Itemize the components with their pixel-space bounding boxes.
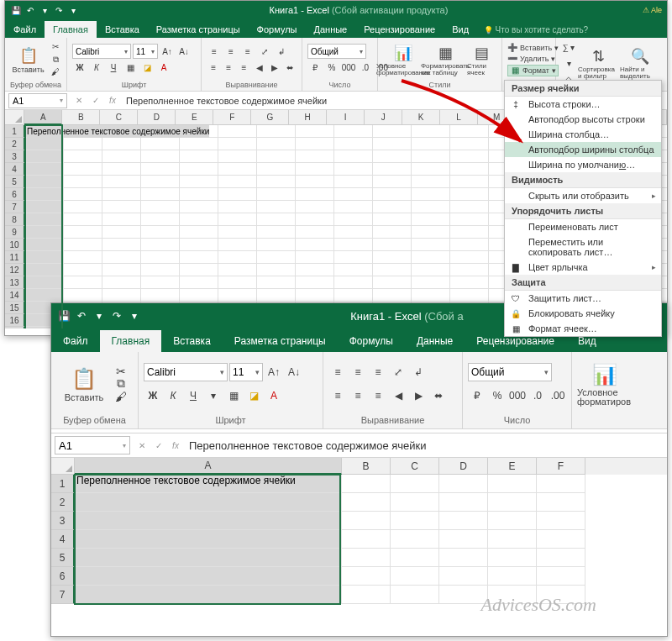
menu-protect-sheet[interactable]: 🛡Защитить лист… bbox=[505, 291, 661, 306]
cell[interactable] bbox=[75, 567, 342, 586]
font-color-icon[interactable]: A bbox=[265, 386, 283, 405]
cell[interactable] bbox=[537, 493, 585, 512]
cell[interactable] bbox=[439, 475, 488, 493]
number-format-select[interactable]: Общий▾ bbox=[468, 363, 552, 381]
tab-layout[interactable]: Разметка страницы bbox=[148, 21, 249, 38]
tab-home[interactable]: Главная bbox=[100, 330, 162, 352]
format-painter-icon[interactable]: 🖌 bbox=[115, 391, 127, 402]
tab-review[interactable]: Рецензирование bbox=[355, 21, 444, 38]
cell[interactable] bbox=[75, 586, 342, 604]
cell[interactable] bbox=[180, 239, 218, 251]
row-header[interactable]: 7 bbox=[51, 586, 75, 604]
cell[interactable] bbox=[537, 549, 585, 567]
decrease-indent-icon[interactable]: ◀ bbox=[253, 60, 266, 75]
tab-insert[interactable]: Вставка bbox=[161, 330, 223, 352]
chevron-down-icon[interactable]: ▾ bbox=[92, 308, 107, 323]
row-header[interactable]: 10 bbox=[5, 239, 25, 251]
column-header[interactable]: H bbox=[289, 110, 327, 125]
cell[interactable] bbox=[391, 475, 439, 493]
sort-filter-button[interactable]: ⇅Сортировка и фильтр bbox=[578, 46, 618, 80]
column-header[interactable]: B bbox=[62, 110, 100, 125]
cell[interactable] bbox=[102, 226, 141, 239]
cell[interactable] bbox=[257, 125, 296, 138]
column-header[interactable]: A bbox=[24, 110, 62, 125]
cell[interactable] bbox=[412, 251, 450, 264]
bold-button[interactable]: Ж bbox=[72, 60, 87, 75]
column-header[interactable]: L bbox=[440, 110, 478, 125]
paste-button[interactable]: 📋 Вставить bbox=[10, 45, 46, 74]
row-header[interactable]: 14 bbox=[5, 289, 25, 302]
column-header[interactable]: B bbox=[342, 458, 391, 475]
column-header[interactable]: E bbox=[176, 110, 213, 125]
cell[interactable] bbox=[218, 125, 257, 138]
grow-font-icon[interactable]: A↑ bbox=[265, 363, 283, 381]
italic-button[interactable]: К bbox=[164, 386, 182, 405]
cell[interactable] bbox=[412, 188, 450, 201]
cell[interactable] bbox=[334, 226, 373, 239]
row-header[interactable]: 5 bbox=[51, 549, 75, 567]
cell[interactable] bbox=[450, 213, 489, 226]
increase-decimal-icon[interactable]: .0 bbox=[528, 386, 547, 405]
cell[interactable] bbox=[102, 251, 141, 264]
align-bottom-icon[interactable]: ≡ bbox=[369, 363, 387, 381]
currency-icon[interactable]: ₽ bbox=[468, 386, 486, 405]
cell[interactable] bbox=[141, 213, 180, 226]
copy-icon[interactable]: ⧉ bbox=[115, 378, 127, 390]
shrink-font-icon[interactable]: A↓ bbox=[176, 44, 192, 59]
cell[interactable] bbox=[537, 586, 585, 604]
row-header[interactable]: 5 bbox=[5, 176, 25, 188]
cell[interactable] bbox=[25, 138, 64, 150]
align-right-icon[interactable]: ≡ bbox=[369, 386, 387, 405]
cell[interactable] bbox=[439, 512, 488, 530]
cell[interactable] bbox=[537, 567, 585, 586]
cell[interactable] bbox=[412, 150, 450, 163]
decrease-indent-icon[interactable]: ◀ bbox=[389, 386, 407, 405]
cell[interactable] bbox=[334, 276, 373, 289]
border-icon[interactable]: ▦ bbox=[123, 60, 138, 75]
row-header[interactable]: 11 bbox=[5, 251, 25, 264]
cell[interactable] bbox=[257, 276, 296, 289]
undo-icon[interactable]: ↶ bbox=[24, 4, 36, 16]
fill-icon[interactable]: ▾ bbox=[561, 55, 576, 71]
cell[interactable] bbox=[25, 276, 64, 289]
cell[interactable] bbox=[257, 289, 296, 302]
grow-font-icon[interactable]: A↑ bbox=[160, 44, 175, 59]
cell[interactable] bbox=[25, 176, 64, 188]
cell[interactable] bbox=[141, 176, 180, 188]
cell[interactable] bbox=[218, 176, 257, 188]
cell[interactable] bbox=[102, 239, 141, 251]
merge-icon[interactable]: ⬌ bbox=[429, 386, 448, 405]
cell[interactable] bbox=[296, 251, 334, 264]
cell[interactable] bbox=[180, 289, 218, 302]
cell[interactable] bbox=[64, 289, 102, 302]
cell[interactable] bbox=[342, 512, 391, 530]
cell[interactable]: Переполненное текстовое содержимое ячейк… bbox=[75, 475, 342, 493]
cell[interactable] bbox=[391, 549, 439, 567]
cell[interactable] bbox=[141, 150, 180, 163]
align-left-icon[interactable]: ≡ bbox=[328, 386, 347, 405]
orientation-icon[interactable]: ⤢ bbox=[257, 44, 272, 59]
cell[interactable] bbox=[450, 125, 489, 138]
row-header[interactable]: 12 bbox=[5, 264, 25, 276]
cell[interactable] bbox=[25, 251, 64, 264]
spreadsheet-grid[interactable]: ABCDEF 1234567 Переполненное текстовое с… bbox=[51, 458, 667, 609]
font-color-icon[interactable]: A bbox=[156, 60, 171, 75]
autosum-icon[interactable]: ∑ ▾ bbox=[561, 39, 576, 55]
cell[interactable] bbox=[373, 163, 412, 176]
redo-icon[interactable]: ↷ bbox=[53, 4, 65, 16]
cell[interactable] bbox=[450, 201, 489, 213]
cell[interactable] bbox=[537, 530, 585, 549]
cell[interactable] bbox=[102, 201, 141, 213]
merge-icon[interactable]: ⬌ bbox=[283, 60, 297, 75]
menu-rename-sheet[interactable]: Переименовать лист bbox=[505, 219, 661, 234]
cell[interactable] bbox=[391, 530, 439, 549]
tab-insert[interactable]: Вставка bbox=[97, 21, 148, 38]
cell[interactable] bbox=[439, 530, 488, 549]
cell[interactable] bbox=[102, 163, 141, 176]
column-header[interactable]: J bbox=[365, 110, 402, 125]
menu-lock-cell[interactable]: 🔒Блокировать ячейку bbox=[505, 306, 661, 321]
align-middle-icon[interactable]: ≡ bbox=[349, 363, 367, 381]
cell[interactable] bbox=[334, 201, 373, 213]
cell[interactable] bbox=[342, 567, 391, 586]
row-header[interactable]: 13 bbox=[5, 276, 25, 289]
